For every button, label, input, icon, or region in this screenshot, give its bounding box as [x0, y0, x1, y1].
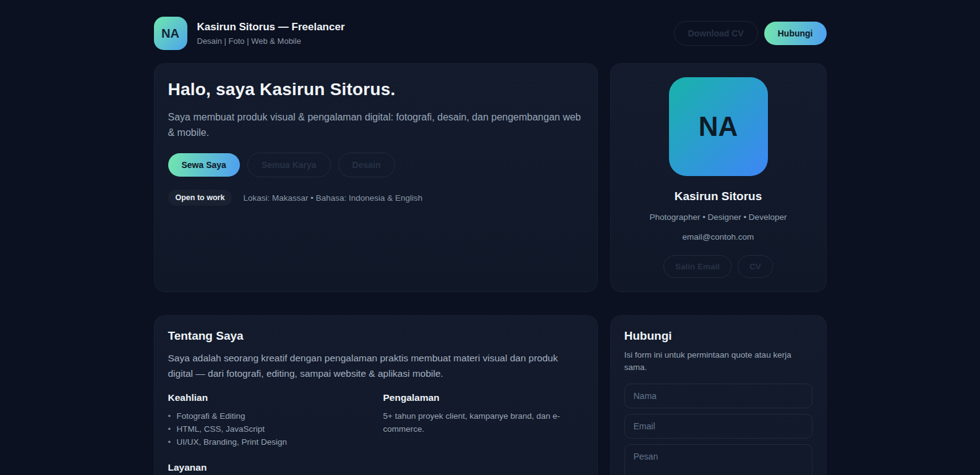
hero-heading: Halo, saya Kasirun Sitorus.	[168, 80, 584, 99]
download-cv-button[interactable]: Download CV	[674, 21, 758, 46]
email-input[interactable]	[624, 414, 812, 439]
hero-description: Saya membuat produk visual & pengalaman …	[168, 109, 584, 140]
hire-me-button[interactable]: Sewa Saya	[168, 153, 240, 177]
name-input[interactable]	[624, 384, 812, 408]
profile-avatar: NA	[669, 77, 768, 176]
message-textarea[interactable]	[624, 444, 812, 475]
open-to-work-badge: Open to work	[168, 190, 232, 206]
profile-buttons: Salin Email CV	[663, 255, 773, 278]
skill-item: UI/UX, Branding, Print Design	[168, 435, 369, 448]
about-heading: Tentang Saya	[168, 329, 584, 343]
experience-column: Pengalaman 5+ tahun proyek client, kampa…	[383, 392, 584, 448]
page-container: NA Kasirun Sitorus — Freelancer Desain |…	[154, 0, 827, 475]
contact-card: Hubungi Isi form ini untuk permintaan qu…	[610, 315, 827, 475]
location-language-text: Lokasi: Makassar • Bahasa: Indonesia & E…	[243, 193, 422, 203]
about-columns: Keahlian Fotografi & Editing HTML, CSS, …	[168, 392, 584, 448]
profile-email: email@contoh.com	[683, 232, 754, 242]
main-grid: Halo, saya Kasirun Sitorus. Saya membuat…	[154, 63, 827, 475]
all-work-button[interactable]: Semua Karya	[247, 153, 331, 177]
header: NA Kasirun Sitorus — Freelancer Desain |…	[154, 17, 827, 50]
profile-name: Kasirun Sitorus	[675, 190, 762, 203]
hero-card: Halo, saya Kasirun Sitorus. Saya membuat…	[154, 63, 598, 292]
skill-item: HTML, CSS, JavaScript	[168, 422, 369, 435]
profile-card: NA Kasirun Sitorus Photographer • Design…	[610, 63, 827, 292]
contact-description: Isi form ini untuk permintaan quote atau…	[624, 349, 801, 374]
experience-text: 5+ tahun proyek client, kampanye brand, …	[383, 410, 569, 435]
contact-heading: Hubungi	[624, 329, 812, 343]
header-title: Kasirun Sitorus — Freelancer	[197, 21, 345, 33]
contact-button[interactable]: Hubungi	[764, 22, 827, 45]
services-heading: Layanan	[168, 462, 584, 473]
header-subtitle: Desain | Foto | Web & Mobile	[197, 36, 345, 46]
profile-roles: Photographer • Designer • Developer	[650, 212, 787, 222]
skills-heading: Keahlian	[168, 392, 369, 403]
hero-buttons: Sewa Saya Semua Karya Desain	[168, 153, 584, 177]
design-button[interactable]: Desain	[338, 153, 395, 177]
experience-heading: Pengalaman	[383, 392, 584, 403]
cv-button[interactable]: CV	[738, 255, 773, 278]
copy-email-button[interactable]: Salin Email	[663, 255, 731, 278]
about-description: Saya adalah seorang kreatif dengan penga…	[168, 350, 567, 381]
skill-item: Fotografi & Editing	[168, 410, 369, 422]
about-card: Tentang Saya Saya adalah seorang kreatif…	[154, 315, 598, 475]
skills-column: Keahlian Fotografi & Editing HTML, CSS, …	[168, 392, 369, 448]
site-logo: NA	[154, 17, 187, 50]
skills-list: Fotografi & Editing HTML, CSS, JavaScrip…	[168, 410, 369, 448]
header-titles: Kasirun Sitorus — Freelancer Desain | Fo…	[197, 21, 345, 46]
hero-meta: Open to work Lokasi: Makassar • Bahasa: …	[168, 190, 584, 206]
header-actions: Download CV Hubungi	[674, 21, 827, 46]
